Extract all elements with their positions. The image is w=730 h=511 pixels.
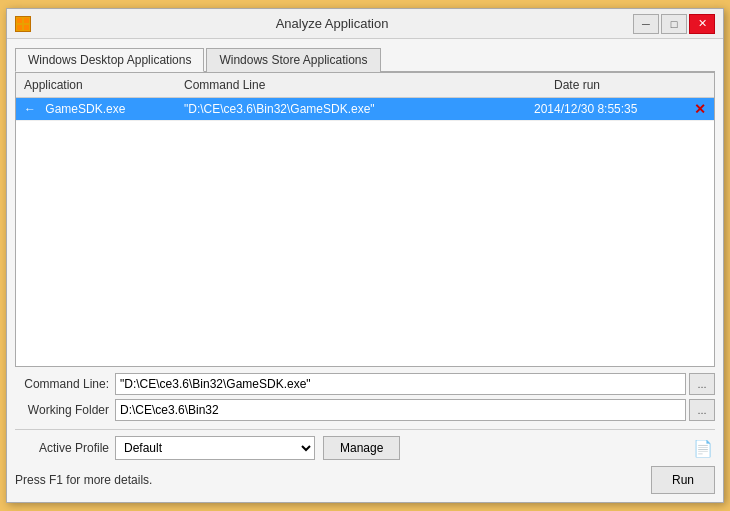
note-icon: 📄 — [691, 436, 715, 460]
header-command-line: Command Line — [180, 76, 550, 94]
minimize-button[interactable]: ─ — [633, 14, 659, 34]
command-line-browse-button[interactable]: ... — [689, 373, 715, 395]
tab-store-applications[interactable]: Windows Store Applications — [206, 48, 380, 72]
app-icon — [15, 16, 31, 32]
close-button[interactable]: ✕ — [689, 14, 715, 34]
cell-application: ← GameSDK.exe — [20, 100, 180, 118]
cell-command-line: "D:\CE\ce3.6\Bin32\GameSDK.exe" — [180, 100, 530, 118]
applications-table: Application Command Line Date run ← Game… — [15, 72, 715, 367]
working-folder-row: Working Folder ... — [15, 399, 715, 421]
svg-rect-0 — [17, 18, 22, 23]
tab-bar: Windows Desktop Applications Windows Sto… — [15, 47, 715, 72]
table-row[interactable]: ← GameSDK.exe "D:\CE\ce3.6\Bin32\GameSDK… — [16, 98, 714, 121]
manage-button[interactable]: Manage — [323, 436, 400, 460]
help-text: Press F1 for more details. — [15, 473, 651, 487]
active-profile-label: Active Profile — [15, 441, 115, 455]
profile-row: Active Profile Default Manage 📄 — [15, 429, 715, 460]
working-folder-browse-button[interactable]: ... — [689, 399, 715, 421]
run-button[interactable]: Run — [651, 466, 715, 494]
arrow-icon: ← — [24, 103, 40, 115]
working-folder-input[interactable] — [115, 399, 686, 421]
table-header: Application Command Line Date run — [16, 73, 714, 98]
main-window: Analyze Application ─ □ ✕ Windows Deskto… — [6, 8, 724, 503]
svg-rect-2 — [17, 25, 22, 30]
command-line-row: Command Line: ... — [15, 373, 715, 395]
header-date-run: Date run — [550, 76, 710, 94]
profile-select[interactable]: Default — [115, 436, 315, 460]
working-folder-label: Working Folder — [15, 403, 115, 417]
tab-desktop-applications[interactable]: Windows Desktop Applications — [15, 48, 204, 72]
bottom-section: Command Line: ... Working Folder ... Act… — [15, 373, 715, 494]
title-controls: ─ □ ✕ — [633, 14, 715, 34]
command-line-label: Command Line: — [15, 377, 115, 391]
delete-row-button[interactable]: ✕ — [690, 101, 710, 117]
restore-button[interactable]: □ — [661, 14, 687, 34]
cell-date-run: 2014/12/30 8:55:35 — [530, 100, 690, 118]
svg-rect-3 — [24, 25, 29, 30]
command-line-input[interactable] — [115, 373, 686, 395]
content-area: Windows Desktop Applications Windows Sto… — [7, 39, 723, 502]
footer-row: Press F1 for more details. Run — [15, 466, 715, 494]
title-bar: Analyze Application ─ □ ✕ — [7, 9, 723, 39]
svg-rect-1 — [24, 18, 29, 23]
table-body: ← GameSDK.exe "D:\CE\ce3.6\Bin32\GameSDK… — [16, 98, 714, 366]
header-application: Application — [20, 76, 180, 94]
window-title: Analyze Application — [31, 16, 633, 31]
